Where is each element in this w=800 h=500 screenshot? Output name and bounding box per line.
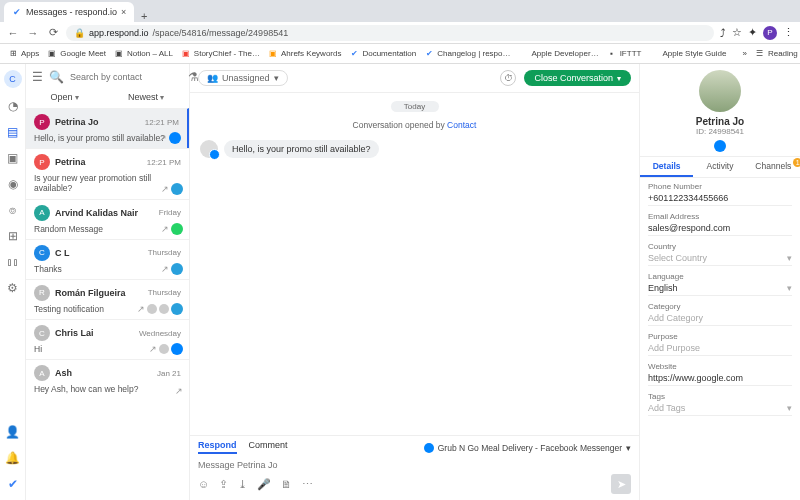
bookmark-item[interactable]: ✔Changelog | respo… — [424, 49, 510, 59]
detail-field[interactable]: Tags Add Tags ▾ — [648, 392, 792, 416]
message-snippet: Hey Ash, how can we help? — [34, 384, 181, 394]
detail-field[interactable]: Website https://www.google.com — [648, 362, 792, 386]
extensions-icon[interactable]: ✦ — [748, 26, 757, 39]
contact-avatar[interactable] — [699, 70, 741, 112]
broadcast-icon[interactable]: ◉ — [5, 176, 21, 192]
contact-name: Román Filgueira — [55, 288, 143, 298]
bookmark-item[interactable]: ▣Google Meet — [47, 49, 106, 59]
message-bubble: Hello, is your promo still available? — [224, 140, 379, 158]
contacts-icon[interactable]: ▣ — [5, 150, 21, 166]
bookmark-item[interactable]: ✔Documentation — [349, 49, 416, 59]
bookmark-item[interactable]: Apple Developer… — [518, 49, 598, 59]
new-tab-button[interactable]: + — [134, 10, 154, 22]
detail-field[interactable]: Phone Number +601122334455666 — [648, 182, 792, 206]
conversation-item[interactable]: C C L Thursday Thanks ↗ — [26, 239, 189, 279]
assignee-dropdown[interactable]: Unassigned▾ — [198, 70, 288, 86]
conversation-item[interactable]: A Ash Jan 21 Hey Ash, how can we help? ↗ — [26, 359, 189, 399]
user-icon[interactable]: 👤 — [5, 424, 21, 440]
field-label: Language — [648, 272, 792, 281]
settings-icon[interactable]: ⚙ — [5, 280, 21, 296]
emoji-icon[interactable]: ☺ — [198, 478, 209, 490]
field-value[interactable]: Add Purpose — [648, 341, 792, 356]
conversation-item[interactable]: P Petrina 12:21 PM Is your new year prom… — [26, 148, 189, 198]
detail-field[interactable]: Country Select Country ▾ — [648, 242, 792, 266]
conversation-item[interactable]: P Petrina Jo 12:21 PM Hello, is your pro… — [26, 108, 189, 148]
field-label: Tags — [648, 392, 792, 401]
field-value[interactable]: +601122334455666 — [648, 191, 792, 206]
close-tab-icon[interactable]: × — [121, 7, 126, 17]
tab-comment[interactable]: Comment — [249, 440, 288, 454]
bookmark-item[interactable]: Apple Style Guide — [649, 49, 726, 59]
field-value[interactable]: English ▾ — [648, 281, 792, 296]
inbox-toggle-icon[interactable]: ☰ — [32, 70, 43, 84]
wa-channel-icon — [171, 223, 183, 235]
file-icon[interactable]: ⤓ — [238, 478, 247, 491]
apps-bookmark[interactable]: ⊞Apps — [8, 49, 39, 59]
notifications-icon[interactable]: 🔔 — [5, 450, 21, 466]
message-avatar — [200, 140, 218, 158]
tab-respond[interactable]: Respond — [198, 440, 237, 454]
conversation-item[interactable]: A Arvind Kalidas Nair Friday Random Mess… — [26, 199, 189, 239]
profile-avatar[interactable]: P — [763, 26, 777, 40]
send-button[interactable]: ➤ — [611, 474, 631, 494]
attach-icon[interactable]: ⇪ — [219, 478, 228, 491]
field-value[interactable]: https://www.google.com — [648, 371, 792, 386]
detail-field[interactable]: Category Add Category — [648, 302, 792, 326]
workflows-icon[interactable]: ⌾ — [5, 202, 21, 218]
star-icon[interactable]: ☆ — [732, 26, 742, 39]
address-bar[interactable]: 🔒 app.respond.io/space/54816/message/249… — [66, 25, 714, 41]
more-icon[interactable]: ⋯ — [302, 478, 313, 491]
conversation-pane: Unassigned▾ ⏱ Close Conversation Today C… — [190, 64, 640, 500]
snooze-button[interactable]: ⏱ — [500, 70, 516, 86]
outbound-icon: ↗ — [161, 224, 169, 234]
tab-channels[interactable]: Channels — [747, 157, 800, 177]
status-filter[interactable]: Open — [51, 92, 79, 102]
bookmark-item[interactable]: ▪IFTTT — [607, 49, 642, 59]
message-snippet: Random Message — [34, 224, 181, 234]
field-value[interactable]: Add Category — [648, 311, 792, 326]
reading-list-button[interactable]: ☰Reading List — [755, 49, 800, 59]
conversation-item[interactable]: C Chris Lai Wednesday Hi ↗ — [26, 319, 189, 359]
search-input[interactable] — [70, 72, 182, 82]
bookmark-item[interactable]: ▣Notion – ALL — [114, 49, 173, 59]
reports-icon[interactable]: ⫾⫾ — [5, 254, 21, 270]
tab-details[interactable]: Details — [640, 157, 693, 177]
field-value[interactable]: Add Tags ▾ — [648, 401, 792, 416]
bookmark-item[interactable]: ▣Ahrefs Keywords — [268, 49, 341, 59]
channel-selector[interactable]: Grub N Go Meal Delivery - Facebook Messe… — [424, 443, 631, 453]
field-value[interactable]: Select Country ▾ — [648, 251, 792, 266]
reload-button[interactable]: ⟳ — [46, 26, 60, 39]
browser-tab[interactable]: ✔ Messages - respond.io × — [4, 2, 134, 22]
brand-icon[interactable]: ✔ — [5, 476, 21, 492]
conversation-item[interactable]: R Román Filgueira Thursday Testing notif… — [26, 279, 189, 319]
tab-activity[interactable]: Activity — [693, 157, 746, 177]
network-icon[interactable]: ⊞ — [5, 228, 21, 244]
messages-icon[interactable]: ▤ — [5, 124, 21, 140]
sort-filter[interactable]: Newest — [128, 92, 164, 102]
contact-link[interactable]: Contact — [447, 120, 476, 130]
messenger-icon — [714, 140, 726, 152]
chevron-down-icon: ▾ — [787, 283, 792, 293]
voice-icon[interactable]: 🎤 — [257, 478, 271, 491]
conversation-list-panel: ☰ 🔍 ⚗ Open Newest P Petrina Jo 12:21 PM … — [26, 64, 190, 500]
contact-avatar: A — [34, 205, 50, 221]
message-input[interactable] — [198, 456, 631, 474]
close-conversation-button[interactable]: Close Conversation — [524, 70, 631, 86]
detail-field[interactable]: Email Address sales@respond.com — [648, 212, 792, 236]
detail-field[interactable]: Purpose Add Purpose — [648, 332, 792, 356]
snippet-icon[interactable]: 🗎 — [281, 478, 292, 490]
dashboard-icon[interactable]: ◔ — [5, 98, 21, 114]
org-switcher[interactable]: C — [4, 70, 22, 88]
field-value[interactable]: sales@respond.com — [648, 221, 792, 236]
bookmark-overflow[interactable]: » — [742, 49, 746, 58]
outbound-icon: ↗ — [137, 304, 145, 314]
bookmark-item[interactable]: ▣StoryChief - The… — [181, 49, 260, 59]
system-message: Conversation opened by Contact — [200, 120, 629, 130]
kebab-menu-icon[interactable]: ⋮ — [783, 26, 794, 39]
detail-field[interactable]: Language English ▾ — [648, 272, 792, 296]
field-label: Phone Number — [648, 182, 792, 191]
forward-button[interactable]: → — [26, 27, 40, 39]
back-button[interactable]: ← — [6, 27, 20, 39]
contact-avatar: P — [34, 114, 50, 130]
share-icon[interactable]: ⤴ — [720, 27, 726, 39]
